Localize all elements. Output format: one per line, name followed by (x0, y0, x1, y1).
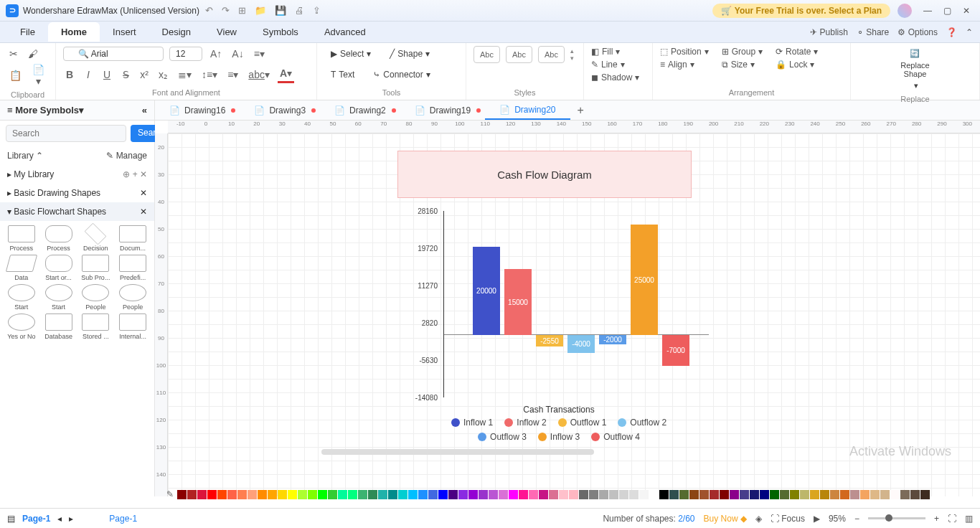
palette-color[interactable] (197, 490, 207, 499)
palette-color[interactable] (468, 490, 478, 499)
palette-color[interactable] (920, 490, 930, 499)
chart-title-box[interactable]: Cash Flow Diagram (397, 151, 692, 198)
palette-color[interactable] (790, 490, 799, 499)
cut-icon[interactable]: ✂ (7, 46, 20, 62)
palette-color[interactable] (589, 490, 598, 499)
font-color-icon[interactable]: A▾ (278, 65, 294, 83)
palette-color[interactable] (177, 490, 187, 499)
palette-color[interactable] (699, 490, 709, 499)
horizontal-scroll-thumb[interactable] (321, 449, 594, 455)
palette-color[interactable] (860, 490, 870, 499)
text-case-icon[interactable]: abc▾ (246, 67, 272, 82)
palette-color[interactable] (479, 490, 488, 499)
align-text-icon[interactable]: ≡▾ (252, 46, 267, 62)
minimize-icon[interactable]: — (923, 6, 932, 16)
close-window-icon[interactable]: ✕ (963, 6, 970, 16)
basic-drawing-section[interactable]: ▸ Basic Drawing Shapes✕ (0, 184, 154, 202)
palette-color[interactable] (378, 490, 387, 499)
palette-color[interactable] (730, 490, 739, 499)
page-prev-icon[interactable]: ◂ (57, 514, 62, 524)
zoom-slider[interactable] (868, 517, 925, 519)
shape-item[interactable]: Data (4, 255, 39, 281)
redo-icon[interactable]: ↷ (222, 5, 230, 16)
line-button[interactable]: ✎ Line▾ (591, 59, 645, 70)
palette-color[interactable] (509, 490, 518, 499)
palette-color[interactable] (358, 490, 367, 499)
shape-item[interactable]: Decision (79, 225, 113, 252)
size-button[interactable]: ⧉ Size▾ (722, 59, 763, 70)
palette-color[interactable] (649, 490, 659, 499)
palette-color[interactable] (248, 490, 257, 499)
doc-tab[interactable]: 📄 Drawing2 (320, 100, 400, 120)
manage-button[interactable]: ✎ Manage (106, 151, 147, 161)
page-next-icon[interactable]: ▸ (69, 514, 73, 524)
chart-container[interactable]: 2816019720112702820-5630-14080 200001500… (405, 211, 713, 455)
select-tool[interactable]: ▶ Select ▾ (324, 46, 377, 62)
palette-color[interactable] (237, 490, 247, 499)
palette-color[interactable] (539, 490, 548, 499)
menu-view[interactable]: View (204, 22, 250, 42)
share-button[interactable]: ⚬ Share (857, 27, 889, 37)
menu-file[interactable]: File (7, 22, 48, 42)
basic-flowchart-section[interactable]: ▾ Basic Flowchart Shapes✕ (0, 202, 154, 221)
palette-color[interactable] (890, 490, 900, 499)
palette-color[interactable] (489, 490, 498, 499)
shape-item[interactable]: Start (4, 284, 39, 311)
palette-color[interactable] (760, 490, 769, 499)
collapse-sidebar-icon[interactable]: « (142, 105, 147, 116)
format-painter-icon[interactable]: 🖌 (26, 46, 40, 62)
buy-now-button[interactable]: Buy Now ◆ (704, 514, 747, 524)
palette-color[interactable] (619, 490, 628, 499)
palette-color[interactable] (388, 490, 397, 499)
more-symbols-button[interactable]: ≡ More Symbols▾ (7, 105, 84, 116)
shape-item[interactable]: Database (42, 314, 76, 340)
palette-color[interactable] (810, 490, 819, 499)
palette-color[interactable] (830, 490, 839, 499)
palette-color[interactable] (268, 490, 277, 499)
underline-icon[interactable]: U (100, 67, 113, 82)
menu-symbols[interactable]: Symbols (250, 22, 311, 42)
options-button[interactable]: ⚙ Options (897, 27, 938, 37)
line-spacing-icon[interactable]: ↕≡▾ (199, 67, 220, 82)
shape-item[interactable]: Internal... (116, 314, 150, 340)
menu-insert[interactable]: Insert (100, 22, 149, 42)
page-list-icon[interactable]: ▤ (7, 514, 15, 524)
shape-tool[interactable]: ╱ Shape ▾ (383, 46, 436, 62)
undo-icon[interactable]: ↶ (205, 5, 213, 16)
palette-color[interactable] (258, 490, 267, 499)
palette-color[interactable] (900, 490, 910, 499)
palette-color[interactable] (549, 490, 558, 499)
menu-advanced[interactable]: Advanced (311, 22, 379, 42)
shape-item[interactable]: Start (42, 284, 76, 311)
palette-color[interactable] (187, 490, 197, 499)
palette-color[interactable] (529, 490, 538, 499)
user-avatar[interactable] (897, 4, 912, 18)
my-library-section[interactable]: ▸ My Library ⊕ + ✕ (0, 165, 154, 184)
save-icon[interactable]: 💾 (275, 5, 286, 16)
zoom-in-icon[interactable]: + (934, 514, 939, 524)
palette-color[interactable] (227, 490, 237, 499)
fit-page-icon[interactable]: ⛶ (948, 514, 956, 524)
palette-color[interactable] (910, 490, 920, 499)
focus-button[interactable]: ⛶ Focus (771, 514, 805, 524)
palette-color[interactable] (770, 490, 779, 499)
shape-item[interactable]: Process (42, 225, 76, 252)
shape-item[interactable]: Predefi... (116, 255, 150, 281)
palette-color[interactable] (308, 490, 317, 499)
bold-icon[interactable]: B (63, 67, 76, 82)
palette-color[interactable] (780, 490, 789, 499)
palette-color[interactable] (428, 490, 438, 499)
palette-color[interactable] (639, 490, 649, 499)
doc-tab[interactable]: 📄 Drawing3 (240, 100, 320, 120)
grow-font-icon[interactable]: A↑ (208, 46, 224, 62)
play-icon[interactable]: ▶ (814, 514, 820, 524)
shape-item[interactable]: Docum... (116, 225, 150, 252)
palette-color[interactable] (740, 490, 749, 499)
fill-button[interactable]: ◧ Fill▾ (591, 46, 645, 57)
palette-color[interactable] (820, 490, 829, 499)
palette-color[interactable] (710, 490, 719, 499)
justify-icon[interactable]: ≡▾ (225, 67, 240, 82)
palette-color[interactable] (408, 490, 418, 499)
zoom-out-icon[interactable]: − (854, 514, 859, 524)
menu-design[interactable]: Design (149, 22, 204, 42)
